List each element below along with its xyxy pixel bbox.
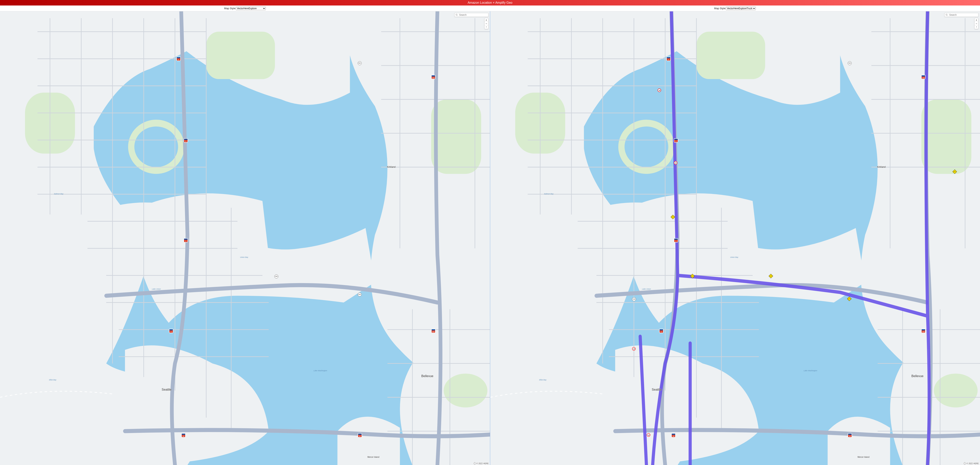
svg-marker-9 [486, 26, 487, 27]
nav-controls-right: + − [974, 18, 978, 29]
info-icon[interactable]: i [964, 462, 966, 465]
compass-button[interactable] [975, 25, 978, 29]
search-box-left[interactable] [454, 13, 488, 17]
nav-controls-left: + − [484, 18, 488, 29]
search-input-left[interactable] [459, 13, 487, 16]
style-label-right: Map Style [714, 7, 725, 10]
page-title: Amazon Location × Amplify Geo [468, 1, 512, 4]
svg-point-3 [137, 130, 175, 164]
svg-rect-16 [921, 99, 971, 174]
map-style-select-right[interactable]: VectorHereExploreVectorHereExploreTruck [726, 7, 756, 10]
compass-button[interactable] [485, 25, 488, 29]
svg-rect-5 [431, 99, 481, 174]
map-base-left [0, 11, 490, 465]
map-base-right [490, 11, 980, 465]
map-left[interactable]: Seattle Bellevue Kirkland Mercer Island … [0, 11, 490, 465]
map-right[interactable]: Seattle Bellevue Kirkland Mercer Island … [490, 11, 980, 465]
svg-line-8 [457, 15, 457, 16]
svg-rect-13 [697, 32, 765, 79]
svg-point-14 [628, 130, 665, 164]
attribution-right: i © 2022 HERE [963, 462, 979, 465]
svg-marker-21 [976, 27, 977, 28]
maps-container: Seattle Bellevue Kirkland Mercer Island … [0, 11, 980, 465]
search-input-right[interactable] [949, 13, 977, 16]
map-style-select-left[interactable]: VectorHereExploreVectorHereExploreTruck [236, 7, 266, 10]
style-control-right: Map Style VectorHereExploreVectorHereExp… [490, 5, 980, 11]
style-label-left: Map Style [224, 7, 235, 10]
style-bar: Map Style VectorHereExploreVectorHereExp… [0, 5, 980, 11]
attribution-left: i © 2022 HERE [473, 462, 489, 465]
svg-line-19 [947, 15, 948, 16]
info-icon[interactable]: i [474, 462, 476, 465]
search-box-right[interactable] [944, 13, 978, 17]
style-control-left: Map Style VectorHereExploreVectorHereExp… [0, 5, 490, 11]
attribution-text: © 2022 HERE [476, 462, 489, 465]
search-icon [455, 14, 458, 16]
svg-marker-20 [976, 26, 977, 27]
svg-point-7 [456, 14, 457, 16]
page-header: Amazon Location × Amplify Geo [0, 0, 980, 5]
svg-rect-2 [206, 32, 275, 79]
search-icon [945, 14, 948, 16]
zoom-in-button[interactable]: + [975, 18, 978, 22]
zoom-out-button[interactable]: − [975, 22, 978, 25]
zoom-out-button[interactable]: − [485, 22, 488, 25]
svg-point-17 [934, 374, 977, 407]
svg-point-18 [946, 14, 947, 16]
attribution-text: © 2022 HERE [966, 462, 979, 465]
svg-marker-10 [486, 27, 487, 28]
zoom-in-button[interactable]: + [485, 18, 488, 22]
